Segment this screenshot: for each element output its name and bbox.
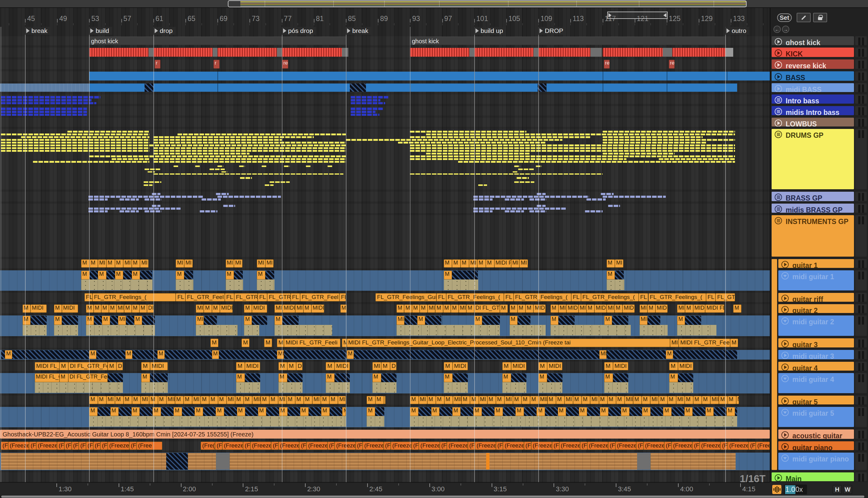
play-icon[interactable] bbox=[775, 474, 782, 481]
track-row-midi-guitar-3[interactable]: MMMMMMIMMIM bbox=[0, 350, 770, 359]
clip-midi[interactable]: MI bbox=[176, 259, 184, 267]
clip-named[interactable]: FL bbox=[706, 293, 716, 301]
clip-named[interactable]: (Freeze bbox=[335, 442, 355, 450]
clip-named[interactable]: (F bbox=[412, 442, 419, 450]
clip-named[interactable]: M bbox=[669, 362, 678, 370]
clip-disabled-midi[interactable] bbox=[672, 407, 685, 416]
clip-named[interactable]: M bbox=[326, 362, 335, 370]
clip-midi[interactable]: MIDI bbox=[566, 304, 578, 313]
clip-midi[interactable]: MI bbox=[650, 396, 659, 404]
clip-piano-roll[interactable] bbox=[651, 453, 736, 470]
track-drag-handle[interactable] bbox=[855, 472, 867, 481]
clip-silent[interactable] bbox=[216, 453, 230, 470]
clip-disabled-midi[interactable] bbox=[714, 407, 727, 416]
play-icon[interactable] bbox=[781, 431, 789, 438]
track-header-midi-guitar-3[interactable]: midi guitar 3 bbox=[778, 350, 854, 359]
play-icon[interactable] bbox=[781, 306, 789, 313]
track-header-instruments-gp[interactable]: INSTRUMENTS GP bbox=[771, 215, 854, 257]
clip-midi[interactable]: M bbox=[5, 350, 12, 359]
menu-icon[interactable] bbox=[775, 206, 782, 213]
clip-midi[interactable]: M bbox=[633, 396, 642, 404]
clip-midi[interactable]: DI bbox=[147, 304, 154, 313]
clip-disabled-midi[interactable] bbox=[90, 271, 98, 279]
clip-midi[interactable]: M bbox=[702, 396, 710, 404]
track-drag-handle[interactable] bbox=[855, 36, 867, 45]
clip-midi[interactable]: M bbox=[582, 396, 590, 404]
clip-named[interactable]: M bbox=[242, 339, 250, 347]
track-row-guitar-2[interactable]: MMIDIMMIDIMMMMMIMMMDIMIMMMIDIMMIDIMIMIDI… bbox=[0, 304, 770, 313]
clip-midi[interactable]: MI bbox=[505, 396, 513, 404]
track-drag-handle[interactable] bbox=[855, 71, 867, 81]
clip-midi[interactable]: MI bbox=[141, 396, 149, 404]
clip-silent[interactable] bbox=[342, 48, 348, 57]
track-drag-handle[interactable] bbox=[855, 430, 867, 439]
clip-named[interactable]: FL_GTR_Feelings_( bbox=[648, 293, 706, 301]
track-row-midi-bass[interactable] bbox=[0, 83, 770, 92]
clip-midi[interactable]: MI bbox=[118, 316, 126, 325]
clip-midi[interactable]: MI bbox=[98, 259, 106, 267]
clip-disabled-midi[interactable] bbox=[452, 374, 468, 382]
clip-midi[interactable]: M bbox=[279, 407, 288, 416]
chevron-down-icon[interactable] bbox=[781, 375, 789, 382]
track-drag-handle[interactable] bbox=[855, 215, 867, 257]
clip-reverse-kick[interactable]: re bbox=[282, 60, 288, 68]
clip-disabled-midi[interactable] bbox=[309, 407, 321, 416]
clip-named[interactable]: (F bbox=[100, 442, 108, 450]
link-button[interactable] bbox=[796, 13, 810, 22]
clip-named[interactable]: (Freeze bbox=[36, 442, 57, 450]
clip-midi[interactable]: M bbox=[132, 396, 141, 404]
clip-midi[interactable]: MI bbox=[599, 350, 607, 359]
clip-midi[interactable]: MIDI FL_GTR_ bbox=[35, 374, 60, 382]
play-icon[interactable] bbox=[775, 38, 782, 45]
clip-midi[interactable]: M bbox=[461, 259, 469, 267]
clip-disabled-midi[interactable] bbox=[94, 316, 102, 325]
clip-midi[interactable]: MIDI bbox=[655, 304, 667, 313]
clip-midi[interactable]: M bbox=[86, 316, 94, 325]
clip-piano-roll[interactable] bbox=[230, 453, 637, 470]
clip-named[interactable]: MIDI bbox=[150, 362, 168, 370]
play-icon[interactable] bbox=[775, 85, 782, 92]
clip-named[interactable]: (F bbox=[636, 442, 643, 450]
track-header-kick[interactable]: KICK bbox=[771, 48, 854, 57]
clip-note-preview[interactable] bbox=[677, 325, 716, 336]
clip-midi[interactable]: M bbox=[668, 396, 676, 404]
clip-midi[interactable]: M bbox=[372, 374, 381, 382]
clip-note-preview[interactable] bbox=[396, 325, 500, 336]
clip-named[interactable]: (F bbox=[72, 442, 79, 450]
clip-midi[interactable]: MI bbox=[607, 304, 615, 313]
clip-midi[interactable]: MI bbox=[511, 259, 520, 267]
track-drag-handle[interactable] bbox=[855, 407, 867, 427]
clip-disabled-midi[interactable] bbox=[265, 271, 274, 279]
clip-disabled-midi[interactable] bbox=[252, 316, 267, 325]
track-drag-handle[interactable] bbox=[855, 373, 867, 393]
clip-midi[interactable]: MIDI bbox=[311, 304, 324, 313]
clip-midi[interactable]: MID bbox=[167, 396, 175, 404]
clip-named[interactable]: M bbox=[108, 362, 116, 370]
clip-midi[interactable]: MI bbox=[520, 259, 528, 267]
clip-midi[interactable]: M bbox=[474, 316, 482, 325]
clip-midi[interactable]: M bbox=[109, 304, 116, 313]
play-icon[interactable] bbox=[781, 443, 789, 450]
play-icon[interactable] bbox=[781, 397, 789, 404]
clip-named[interactable]: MI bbox=[372, 362, 381, 370]
track-drag-handle[interactable] bbox=[855, 48, 867, 57]
clip-midi[interactable]: M bbox=[384, 396, 385, 404]
clip-disabled-midi[interactable] bbox=[678, 374, 693, 382]
loop-start-handle[interactable] bbox=[609, 13, 612, 17]
clip-audio[interactable] bbox=[153, 83, 350, 92]
clip-disabled-midi[interactable] bbox=[150, 374, 168, 382]
clip-note-preview[interactable] bbox=[367, 416, 384, 427]
clip-midi[interactable]: M bbox=[587, 304, 595, 313]
clip-midi[interactable]: M bbox=[60, 374, 68, 382]
clip-midi[interactable]: M bbox=[212, 304, 220, 313]
clip-midi[interactable]: MID bbox=[539, 396, 547, 404]
clip-silent[interactable] bbox=[469, 48, 474, 57]
clip-midi[interactable]: M bbox=[550, 304, 559, 313]
track-drag-handle[interactable] bbox=[855, 259, 867, 268]
clip-midi[interactable]: M bbox=[375, 396, 384, 404]
clip-disabled-midi[interactable] bbox=[140, 271, 152, 279]
clip-named[interactable]: FL bbox=[340, 293, 346, 301]
clip-disabled-midi[interactable] bbox=[142, 316, 155, 325]
clip-midi[interactable]: MI bbox=[590, 396, 599, 404]
clip-midi[interactable]: MIDI FL bbox=[705, 304, 724, 313]
